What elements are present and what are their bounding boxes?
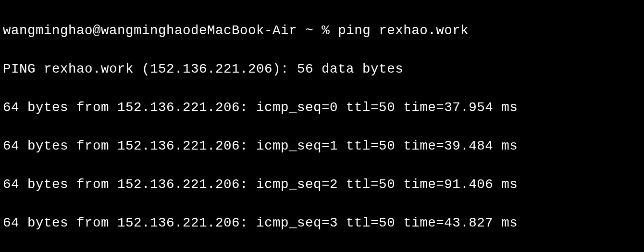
prompt-symbol: % (322, 23, 330, 38)
command-text: ping rexhao.work (338, 23, 469, 38)
prompt-host: wangminghaodeMacBook-Air (101, 23, 297, 38)
ping-reply: 64 bytes from 152.136.221.206: icmp_seq=… (3, 175, 641, 194)
ping-header: PING rexhao.work (152.136.221.206): 56 d… (3, 60, 641, 79)
ping-reply: 64 bytes from 152.136.221.206: icmp_seq=… (3, 214, 641, 233)
ping-reply: 64 bytes from 152.136.221.206: icmp_seq=… (3, 98, 641, 117)
prompt-line: wangminghao@wangminghaodeMacBook-Air ~ %… (3, 21, 641, 40)
ping-reply: 64 bytes from 152.136.221.206: icmp_seq=… (3, 137, 641, 156)
terminal-output[interactable]: wangminghao@wangminghaodeMacBook-Air ~ %… (0, 0, 644, 252)
prompt-user: wangminghao (3, 23, 93, 38)
prompt-cwd: ~ (305, 23, 313, 38)
